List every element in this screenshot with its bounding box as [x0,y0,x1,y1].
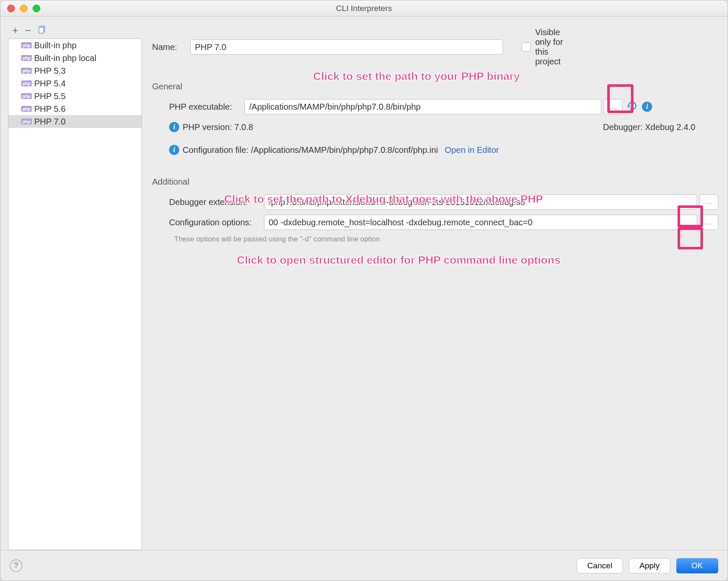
list-item[interactable]: phpPHP 5.3 [8,64,142,77]
info-icon: i [169,122,179,132]
debugger-ext-label: Debugger extension: [152,197,264,207]
interpreter-list: phpBuilt-in php phpBuilt-in php local ph… [8,39,142,550]
list-item[interactable]: phpBuilt-in php [8,39,142,52]
help-icon[interactable]: ? [10,559,22,572]
main-panel: Name: Visible only for this project Gene… [144,25,720,550]
section-additional: Additional [152,177,718,187]
php-icon: php [21,119,32,125]
list-item[interactable]: phpPHP 5.5 [8,90,142,102]
name-label: Name: [152,42,190,52]
name-input[interactable] [190,39,503,55]
info-icon[interactable]: i [642,102,652,112]
config-file-text: Configuration file: /Applications/MAMP/b… [183,145,438,155]
sidebar: + − phpBuilt-in php phpBuilt-in php loca… [8,25,142,550]
copy-icon[interactable] [38,25,47,36]
php-icon: php [21,42,32,48]
refresh-icon[interactable] [627,100,638,113]
list-item-label: Built-in php local [34,53,97,63]
exe-input[interactable] [245,99,601,114]
php-icon: php [21,106,32,112]
list-item[interactable]: phpPHP 5.4 [8,77,142,90]
list-item-label: PHP 7.0 [34,117,66,127]
titlebar: CLI Interpreters [0,0,728,17]
remove-icon[interactable]: − [25,25,31,36]
php-icon: php [21,80,32,86]
list-item-label: PHP 5.6 [34,104,66,114]
list-item-label: Built-in php [34,41,77,50]
list-item[interactable]: phpBuilt-in php local [8,52,142,64]
footer: ? Cancel Apply OK [0,550,728,581]
php-icon: php [21,93,32,99]
open-editor-link[interactable]: Open in Editor [445,145,499,155]
visible-checkbox[interactable] [522,42,531,52]
sidebar-toolbar: + − [8,25,142,39]
exe-label: PHP executable: [152,102,245,112]
version-text: PHP version: 7.0.8 [183,122,253,132]
visible-label: Visible only for this project [535,28,573,66]
svg-rect-1 [39,27,44,33]
section-general: General [152,82,718,91]
php-icon: php [21,68,32,74]
dialog: CLI Interpreters + − phpBuilt-in php php… [0,0,728,581]
ok-button[interactable]: OK [676,558,718,573]
window-title: CLI Interpreters [0,4,728,13]
list-item-label: PHP 5.4 [34,79,66,89]
add-icon[interactable]: + [12,25,18,36]
annotation: Click to open structured editor for PHP … [237,254,561,267]
list-item[interactable]: phpPHP 5.6 [8,102,142,115]
list-item-label: PHP 5.5 [34,91,66,101]
config-opts-label: Configuration options: [152,218,264,227]
hint-text: These options will be passed using the "… [152,235,718,243]
list-item[interactable]: phpPHP 7.0 [8,115,142,128]
debugger-text: Debugger: Xdebug 2.4.0 [603,122,718,132]
info-icon: i [169,145,179,155]
browse-exe-button[interactable]: ... [604,99,622,114]
annotation: Click to set the path to your PHP binary [313,70,520,83]
config-opts-input[interactable] [264,215,697,230]
debugger-ext-input[interactable] [264,194,697,210]
apply-button[interactable]: Apply [629,558,670,573]
list-item-label: PHP 5.3 [34,66,66,76]
php-icon: php [21,55,32,61]
browse-config-opts-button[interactable]: ... [700,215,718,230]
cancel-button[interactable]: Cancel [577,558,623,573]
browse-debugger-button[interactable]: ... [700,194,718,210]
